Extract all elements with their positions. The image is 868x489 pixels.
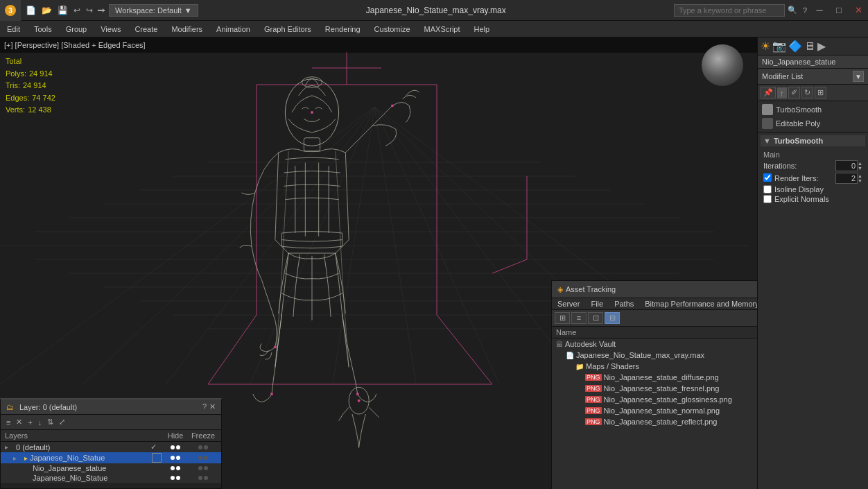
chevron-down-icon: ▼ [184, 6, 192, 15]
mi-rotate-button[interactable]: ↻ [801, 87, 813, 98]
new-icon[interactable]: 📄 [24, 4, 38, 17]
close-button[interactable]: ✕ [849, 0, 868, 21]
minimize-button[interactable]: ─ [810, 0, 829, 21]
at-menu-paths[interactable]: Paths [609, 298, 639, 309]
at-tree-row[interactable]: PNG Nio_Japanese_statue_normal.png Found [552, 405, 757, 416]
explicit-normals-checkbox[interactable] [763, 195, 772, 203]
menu-rendering[interactable]: Rendering [318, 24, 367, 35]
at-tb-btn4[interactable]: ⊟ [605, 312, 620, 324]
mi-select-button[interactable]: ↑ [777, 87, 787, 98]
turbosmooth-properties: ▼ TurboSmooth Main Iterations: ▲▼ Render… [758, 132, 868, 209]
editable-poly-icon [762, 118, 773, 129]
menu-graph-editors[interactable]: Graph Editors [257, 24, 318, 35]
geometry-icon[interactable]: 🔷 [788, 40, 802, 53]
svg-point-47 [356, 393, 359, 395]
at-tree-row[interactable]: 📁 Maps / Shaders [552, 361, 757, 372]
titlebar: 3 📄 📂 💾 ↩ ↪ Workspace: Default ▼ Japanes… [0, 0, 868, 21]
maximize-button[interactable]: □ [829, 0, 849, 21]
redo-icon[interactable]: ↪ [84, 4, 95, 17]
at-tree-row[interactable]: 📄 Japanese_Nio_Statue_max_vray.max Netwo… [552, 350, 757, 361]
tris-label: Tris: [6, 80, 20, 92]
menu-customize[interactable]: Customize [367, 24, 417, 35]
layers-scrollbar[interactable] [1, 483, 221, 488]
at-menu-server[interactable]: Server [552, 298, 585, 309]
at-tree-row[interactable]: PNG Nio_Japanese_statue_glossiness.png F… [552, 394, 757, 405]
menu-tools[interactable]: Tools [27, 24, 59, 35]
at-tree-row[interactable]: PNG Nio_Japanese_statue_diffuse.png Foun… [552, 372, 757, 383]
at-tree: 🏛 Autodesk Vault Logged O 📄 Japanese_Nio… [552, 338, 757, 489]
modifier-turbosmooth[interactable]: TurboSmooth [759, 103, 867, 117]
image-icon: PNG [585, 374, 602, 381]
menu-edit[interactable]: Edit [0, 24, 27, 35]
mi-pin-button[interactable]: 📌 [761, 87, 776, 98]
menu-animation[interactable]: Animation [209, 24, 257, 35]
menu-modifiers[interactable]: Modifiers [164, 24, 209, 35]
motion-icon[interactable]: ▶ [817, 40, 826, 53]
at-tb-btn1[interactable]: ⊞ [555, 312, 570, 324]
menu-views[interactable]: Views [94, 24, 128, 35]
open-icon[interactable]: 📂 [40, 4, 54, 17]
search-icon[interactable]: 🔍 [785, 6, 800, 15]
menu-help[interactable]: Help [467, 24, 497, 35]
at-toolbar: ⊞ ≡ ⊡ ⊟ ? ⋯ [552, 310, 757, 327]
svg-point-46 [270, 393, 273, 395]
navigation-ball[interactable] [702, 44, 743, 86]
undo-icon[interactable]: ↩ [71, 4, 83, 17]
layers-panel-title: 🗂 Layer: 0 (default) [6, 403, 77, 411]
viewport-header: [+] [Perspective] [Shaded + Edged Faces] [0, 37, 757, 53]
viewport-area[interactable]: [+] [Perspective] [Shaded + Edged Faces]… [0, 37, 757, 489]
at-menu-bitmap[interactable]: Bitmap Performance and Memory [639, 298, 757, 309]
image-icon: PNG [585, 385, 602, 392]
at-row-label: Nio_Japanese_statue_fresnel.png [604, 384, 757, 393]
turbosmooth-section-header[interactable]: ▼ TurboSmooth [761, 135, 865, 146]
object-name-display: Nio_Japanese_statue [758, 55, 868, 69]
help-icon[interactable]: ? [800, 6, 810, 15]
layers-tb-delete[interactable]: ✕ [15, 417, 24, 427]
at-row-label: Maps / Shaders [586, 362, 757, 370]
modifier-list-dropdown[interactable]: ▼ [853, 71, 864, 82]
mi-move-button[interactable]: ✐ [788, 87, 800, 98]
menu-group[interactable]: Group [59, 24, 94, 35]
layers-tb-sort[interactable]: ⇅ [46, 417, 55, 427]
layers-tb-menu[interactable]: ≡ [5, 418, 12, 427]
mi-grid-button[interactable]: ⊞ [815, 87, 826, 98]
at-tb-btn2[interactable]: ≡ [571, 312, 587, 324]
modifier-editable-poly[interactable]: Editable Poly [759, 117, 867, 130]
render-iters-input[interactable] [835, 173, 858, 184]
at-tb-btn3[interactable]: ⊡ [588, 312, 603, 324]
layers-tb-expand[interactable]: ⤢ [58, 417, 67, 427]
at-tree-row[interactable]: 🏛 Autodesk Vault Logged O [552, 338, 757, 350]
at-menu-file[interactable]: File [585, 298, 609, 309]
menu-create[interactable]: Create [128, 24, 164, 35]
layer-row[interactable]: Japanese_Nio_Statue [1, 473, 221, 483]
search-input[interactable] [674, 4, 785, 17]
iterations-spinner[interactable]: ▲▼ [858, 161, 862, 171]
iterations-input[interactable] [835, 160, 858, 171]
workspace-button[interactable]: Workspace: Default ▼ [109, 4, 198, 17]
quick-access-toolbar: 📄 📂 💾 ↩ ↪ [21, 4, 109, 17]
tris-value: 24 914 [23, 80, 46, 92]
hide-dots [162, 476, 189, 480]
edges-value: 74 742 [32, 92, 55, 105]
render-iters-row: Render Iters: ▲▼ [763, 173, 862, 184]
at-tree-row[interactable]: PNG Nio_Japanese_statue_fresnel.png Foun… [552, 383, 757, 394]
isoline-label: Isoline Display [774, 185, 824, 194]
isoline-checkbox[interactable] [763, 185, 772, 194]
main-layout: [+] [Perspective] [Shaded + Edged Faces]… [0, 37, 868, 489]
render-iters-checkbox[interactable] [763, 173, 772, 182]
save-icon[interactable]: 💾 [55, 4, 70, 17]
render-iters-label: Render Iters: [774, 174, 835, 182]
menu-maxscript[interactable]: MAXScript [417, 24, 467, 35]
at-toolbar-left: ⊞ ≡ ⊡ ⊟ [555, 312, 620, 324]
display-icon[interactable]: 🖥 [804, 40, 815, 53]
at-tree-row[interactable]: PNG Nio_Japanese_statue_reflect.png Foun… [552, 416, 757, 427]
render-iters-spinner[interactable]: ▲▼ [858, 173, 862, 183]
camera-icon[interactable]: 📷 [772, 40, 786, 53]
layers-tb-add[interactable]: + [26, 418, 33, 427]
turbosmooth-icon [762, 104, 773, 115]
app-icon: 3 [0, 0, 21, 21]
viewport-label: [+] [Perspective] [Shaded + Edged Faces] [4, 41, 146, 49]
layers-tb-down[interactable]: ↓ [37, 418, 44, 427]
row-label: Japanese_Nio_Statue [33, 474, 162, 482]
asset-tracking-icon: ◈ [557, 285, 563, 294]
